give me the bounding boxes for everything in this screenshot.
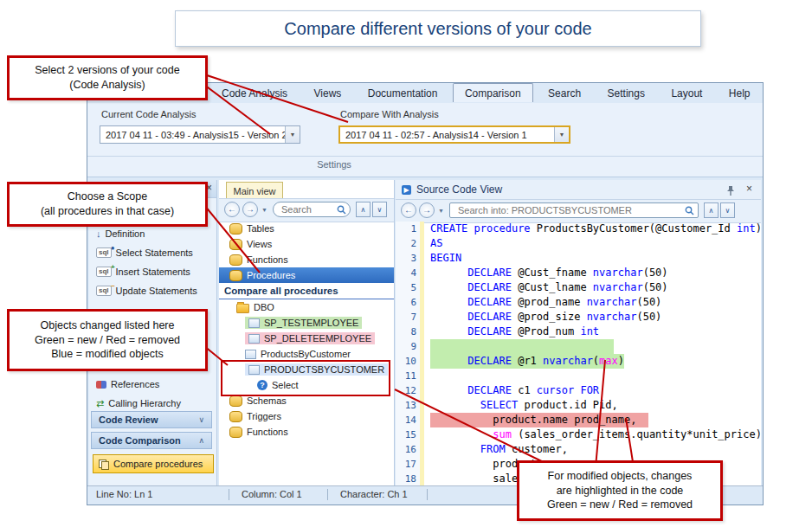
tree-item-tables[interactable]: Tables <box>219 221 394 236</box>
search-prev-button[interactable]: ∧ <box>704 202 719 218</box>
tab-code-analysis[interactable]: Code Analysis <box>210 84 299 102</box>
compare-analysis-value: 2017 04 11 - 02:57 - Analysis14 - Versio… <box>340 130 554 140</box>
code-text: FROM customer, <box>430 442 568 457</box>
code-line: 11 <box>396 369 761 383</box>
new-object-row: SP_TESTEMPLOYEE <box>245 317 362 329</box>
sidebar-item-label: Update Statements <box>116 286 197 296</box>
code-line: 13 SELECT product.id Pid, <box>396 398 761 413</box>
tree-item-functions[interactable]: Functions <box>219 252 394 267</box>
line-number: 1 <box>396 222 420 236</box>
compare-procedures-button[interactable]: Compare procedures <box>93 454 214 473</box>
app-window: Code Analysis Views Documentation Compar… <box>87 82 764 505</box>
code-text: DECLARE @Cust_fname nvarchar(50) <box>430 266 668 280</box>
views-icon <box>229 239 242 250</box>
chevron-down-icon[interactable]: ▼ <box>438 208 444 214</box>
tree-item-label: Tables <box>247 223 274 234</box>
tab-settings[interactable]: Settings <box>596 84 656 102</box>
search-prev-button[interactable]: ∧ <box>356 202 371 217</box>
section-code-review[interactable]: Code Review ∨ <box>91 411 212 428</box>
tree-item-views[interactable]: Views <box>219 236 394 252</box>
tree-item-label: Views <box>247 239 272 249</box>
stored-procedure-icon <box>245 350 256 359</box>
compare-analysis-dropdown[interactable]: 2017 04 11 - 02:57 - Analysis14 - Versio… <box>338 125 570 144</box>
chevron-down-icon[interactable]: ▼ <box>285 126 300 143</box>
change-strip <box>420 398 424 413</box>
tree-item-schemas[interactable]: Schemas <box>219 393 394 408</box>
change-strip <box>420 266 424 280</box>
tab-documentation[interactable]: Documentation <box>357 84 449 102</box>
tab-help[interactable]: Help <box>718 84 762 102</box>
main-view-search[interactable] <box>273 202 351 217</box>
code-text: sum (sales_order_items.quantity*unit_pri… <box>430 427 761 442</box>
search-into-input[interactable] <box>456 204 685 216</box>
tree-item-triggers[interactable]: Triggers <box>219 408 394 424</box>
tree-item-label: Functions <box>247 427 288 437</box>
line-number: 2 <box>396 236 420 251</box>
change-strip <box>420 236 424 251</box>
source-search[interactable] <box>449 202 699 218</box>
sidebar-item-label: Calling Hierarchy <box>108 398 181 408</box>
change-strip <box>420 383 424 398</box>
status-separator <box>427 489 428 500</box>
code-text: DECLARE @prod_size nvarchar(50) <box>430 310 661 325</box>
back-button[interactable]: ← <box>224 202 240 217</box>
line-number: 4 <box>396 266 420 280</box>
sidebar-item-calling-hierarchy[interactable]: ⇄ Calling Hierarchy <box>96 395 181 411</box>
chevron-down-icon[interactable]: ▼ <box>554 127 569 142</box>
change-strip <box>420 472 424 485</box>
change-strip <box>420 310 424 325</box>
code-line: 9 <box>396 339 761 354</box>
sidebar-item-insert-statements[interactable]: sql+ Insert Statements <box>96 264 190 280</box>
current-analysis-dropdown[interactable]: 2017 04 11 - 03:49 - Analysis15 - Versio… <box>100 125 300 144</box>
sidebar-item-references[interactable]: References <box>96 376 159 392</box>
tab-layout[interactable]: Layout <box>660 84 713 102</box>
code-text: SELECT product.id Pid, <box>430 398 618 413</box>
sql-select-icon: sql● <box>96 247 112 258</box>
sidebar-item-definition[interactable]: ↓ Definition <box>96 226 145 241</box>
ribbon-divider <box>87 156 763 157</box>
tree-item-select[interactable]: ? Select <box>219 377 394 393</box>
tree-item-productsbycustomer-v1[interactable]: ProductsByCustomer <box>219 346 394 362</box>
stored-procedure-icon <box>248 365 260 375</box>
callout-modified-objects: For modified objects, changes are highli… <box>517 460 723 521</box>
tree-item-dbo[interactable]: DBO <box>219 299 394 315</box>
search-input[interactable] <box>280 203 337 215</box>
triggers-icon <box>229 411 242 422</box>
schemas-icon <box>229 395 242 407</box>
pin-icon[interactable] <box>726 184 735 200</box>
sidebar-item-select-statements[interactable]: sql● Select Statements <box>96 245 193 260</box>
change-strip <box>420 413 424 427</box>
search-next-button[interactable]: ∨ <box>720 202 735 218</box>
code-line: 4 DECLARE @Cust_fname nvarchar(50) <box>396 266 761 280</box>
tab-views[interactable]: Views <box>303 84 353 102</box>
compare-all-procedures-header: Compare all procedures <box>219 283 394 299</box>
forward-button[interactable]: → <box>242 202 258 217</box>
search-next-button[interactable]: ∨ <box>372 202 387 217</box>
tab-main-view[interactable]: Main view <box>226 182 283 199</box>
tree-item-productsbycustomer-selected[interactable]: PRODUCTSBYCUSTOMER <box>219 362 394 377</box>
code-editor[interactable]: 1CREATE procedure ProductsByCustomer(@Cu… <box>396 222 761 485</box>
tree-item-sp-deleteemployee[interactable]: SP_DELETEEMPLOYEE <box>219 331 394 346</box>
tree-item-label: SP_TESTEMPLOYEE <box>264 318 358 328</box>
tab-search[interactable]: Search <box>537 84 592 102</box>
tree-item-procedures[interactable]: Procedures <box>219 267 394 283</box>
code-text-del: product.name prod_name, <box>430 413 648 427</box>
chevron-down-icon[interactable]: ▼ <box>261 207 267 213</box>
tree-item-label: Schemas <box>247 395 287 406</box>
tree-item-functions-2[interactable]: Functions <box>219 424 394 440</box>
main-view-toolbar: ← → ▼ ∧ ∨ <box>219 198 394 222</box>
tree-item-label: Functions <box>247 254 288 265</box>
forward-button[interactable]: → <box>419 202 435 218</box>
source-view-header: ▶ Source Code View × <box>396 180 761 200</box>
sidebar-item-update-statements[interactable]: sql~ Update Statements <box>96 283 197 299</box>
status-character: Character: Ch 1 <box>340 489 408 499</box>
tree-item-label: PRODUCTSBYCUSTOMER <box>264 364 384 375</box>
close-icon[interactable]: × <box>746 183 752 195</box>
back-button[interactable]: ← <box>401 202 416 218</box>
tree-item-sp-testemployee[interactable]: SP_TESTEMPLOYEE <box>219 315 394 331</box>
section-code-comparison[interactable]: Code Comparison ∧ <box>91 432 212 449</box>
tree-item-label: Procedures <box>247 270 295 280</box>
compare-procedures-label: Compare procedures <box>113 459 203 469</box>
tab-comparison[interactable]: Comparison <box>453 83 533 102</box>
ribbon-group-label: Settings <box>87 159 581 170</box>
